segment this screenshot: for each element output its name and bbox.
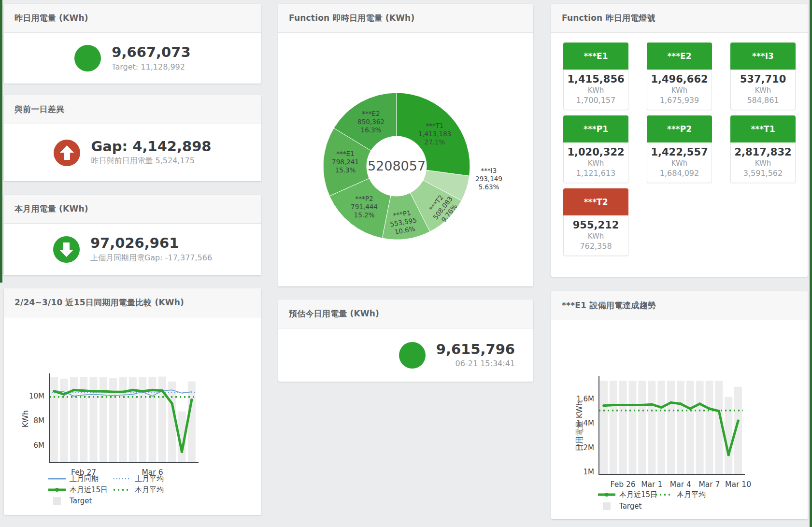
- panel-title[interactable]: Function 即時日用電量 (KWh): [289, 13, 414, 24]
- lamp-tile-label: ***T1: [730, 115, 796, 142]
- panel-title[interactable]: 2/24~3/10 近15日同期用電量比較 (KWh): [14, 297, 184, 308]
- lamp-tile-target: 762,358: [566, 242, 626, 251]
- x-tick-label: Mar 1: [641, 480, 662, 489]
- series-point: [181, 451, 183, 453]
- lamp-tile-target: 1,684,092: [649, 169, 710, 178]
- panel-header: 昨日用電量 (KWh): [4, 4, 261, 33]
- series-point: [622, 404, 624, 406]
- series-point: [190, 399, 193, 401]
- target-bar: [677, 381, 684, 474]
- target-bar: [50, 377, 58, 462]
- status-circle: [399, 342, 426, 369]
- stat-subtext: 昨日與前日用電量 5,524,175: [91, 156, 211, 166]
- series-point: [641, 404, 643, 406]
- lamp-tile-value: 2,817,832: [733, 146, 793, 158]
- lamp-tile-p1: ***P1 1,020,322 KWh 1,121,613: [563, 115, 628, 183]
- target-bar: [725, 397, 732, 474]
- stat-value: 97,026,961: [90, 236, 212, 251]
- series-point: [102, 390, 104, 392]
- status-circle: [54, 140, 80, 166]
- target-bar: [648, 381, 655, 474]
- stat-value: 9,615,796: [436, 342, 515, 357]
- series-point: [698, 402, 701, 405]
- panel-header: Function 即時日用電量 (KWh): [278, 4, 533, 33]
- panel-header: Function 昨日用電燈號: [551, 4, 808, 33]
- stat-timestamp: 06-21 15:34:41: [436, 359, 515, 368]
- lamp-tile-t1: ***T1 2,817,832 KWh 3,591,562: [730, 115, 796, 183]
- stat-subtext: 上個月同期用電Gap: -17,377,566: [90, 253, 212, 263]
- target-bar: [696, 381, 704, 474]
- lamp-tile-e2: ***E2 1,496,662 KWh 1,675,939: [647, 43, 712, 110]
- lamp-tile-target: 1,700,157: [566, 96, 626, 105]
- right-edge-strip: [810, 0, 812, 527]
- panel-e1-trend: ***E1 設備用電達成趨勢 1M1.2M1.4M1.6MFeb 26Mar 1…: [551, 291, 808, 519]
- target-bar: [619, 381, 627, 474]
- panel-realtime-donut: Function 即時日用電量 (KWh) ***T11,413,18327.1…: [278, 4, 533, 286]
- series-point: [92, 390, 95, 392]
- panel-15day-comparison: 2/24~3/10 近15日同期用電量比較 (KWh) 6M8M10MFeb 2…: [4, 288, 261, 515]
- series-point: [151, 389, 154, 391]
- panel-yesterday-lamps: Function 昨日用電燈號 ***E1 1,415,856 KWh 1,70…: [551, 4, 808, 277]
- legend-swatch-target: [53, 497, 61, 505]
- target-bar: [629, 381, 637, 474]
- panel-month-usage: 本月用電量 (KWh) 97,026,961 上個月同期用電Gap: -17,3…: [4, 195, 261, 275]
- target-bar: [188, 382, 196, 462]
- lamp-tile-unit: KWh: [649, 159, 710, 168]
- series-point: [131, 389, 134, 391]
- lamp-tile-label: ***I3: [730, 43, 796, 70]
- series-point: [670, 401, 672, 404]
- lamp-tile-grid: ***E1 1,415,856 KWh 1,700,157 ***E2 1,49…: [563, 43, 796, 256]
- lamp-tile-unit: KWh: [566, 86, 626, 95]
- legend-swatch-target: [603, 502, 611, 510]
- series-point: [727, 454, 730, 456]
- target-bar: [610, 381, 617, 474]
- lamp-tile-target: 3,591,562: [733, 169, 793, 178]
- series-point: [612, 404, 614, 406]
- series-point: [142, 390, 144, 392]
- series-point: [708, 407, 711, 410]
- panel-header: ***E1 設備用電達成趨勢: [551, 291, 808, 320]
- panel-title[interactable]: ***E1 設備用電達成趨勢: [562, 300, 656, 311]
- panel-header: 本月用電量 (KWh): [4, 195, 261, 224]
- left-edge-strip: [0, 0, 2, 283]
- lamp-tile-label: ***E2: [647, 43, 712, 70]
- arrow-up-icon: [54, 140, 80, 166]
- y-tick-label: 10M: [29, 392, 44, 400]
- donut-slice-label: ***I3293,1495.63%: [475, 167, 502, 191]
- series-point: [72, 389, 75, 391]
- panel-header: 2/24~3/10 近15日同期用電量比較 (KWh): [4, 288, 261, 317]
- lamp-tile-unit: KWh: [566, 159, 626, 168]
- panel-estimate-today: 預估今日用電量 (KWh) 9,615,796 06-21 15:34:41: [278, 299, 533, 382]
- lamp-tile-value: 955,212: [566, 219, 626, 231]
- legend-label: Target: [69, 497, 92, 505]
- legend-label: 本月平均: [677, 490, 706, 499]
- series-point: [689, 407, 691, 410]
- panel-title[interactable]: 預估今日用電量 (KWh): [289, 308, 379, 319]
- realtime-usage-donut-chart: ***T11,413,18327.1%***I3293,1495.63%***T…: [278, 33, 533, 286]
- series-point: [112, 391, 114, 393]
- lamp-tile-label: ***T2: [563, 188, 628, 215]
- lamp-tile-target: 584,861: [733, 96, 793, 105]
- panel-title[interactable]: 昨日用電量 (KWh): [14, 13, 88, 24]
- lamp-tile-value: 1,415,856: [566, 73, 626, 85]
- lamp-tile-value: 1,020,322: [566, 146, 626, 158]
- dashboard: 昨日用電量 (KWh) 9,667,073 Target: 11,128,992…: [0, 0, 812, 527]
- series-point: [679, 402, 682, 405]
- panel-title[interactable]: 本月用電量 (KWh): [14, 203, 88, 214]
- target-bar: [119, 377, 127, 462]
- y-tick-label: 6M: [34, 441, 45, 450]
- panel-title[interactable]: 與前一日差異: [14, 104, 64, 115]
- lamp-tile-i3: ***I3 537,710 KWh 584,861: [730, 43, 796, 110]
- y-axis-label: KWh: [21, 410, 30, 427]
- stat-value: Gap: 4,142,898: [91, 139, 211, 155]
- status-circle: [74, 45, 101, 71]
- arrow-down-icon: [53, 236, 80, 263]
- series-point: [161, 389, 163, 392]
- panel-day-gap: 與前一日差異 Gap: 4,142,898 昨日與前日用電量 5,524,175: [4, 95, 261, 181]
- lamp-tile-label: ***E1: [563, 43, 628, 70]
- panel-title[interactable]: Function 昨日用電燈號: [562, 13, 655, 24]
- e1-trend-chart: 1M1.2M1.4M1.6MFeb 26Mar 1Mar 4Mar 7Mar 1…: [551, 320, 808, 519]
- series-point: [660, 406, 663, 409]
- x-tick-label: Feb 26: [611, 480, 636, 489]
- lamp-tile-unit: KWh: [733, 159, 793, 168]
